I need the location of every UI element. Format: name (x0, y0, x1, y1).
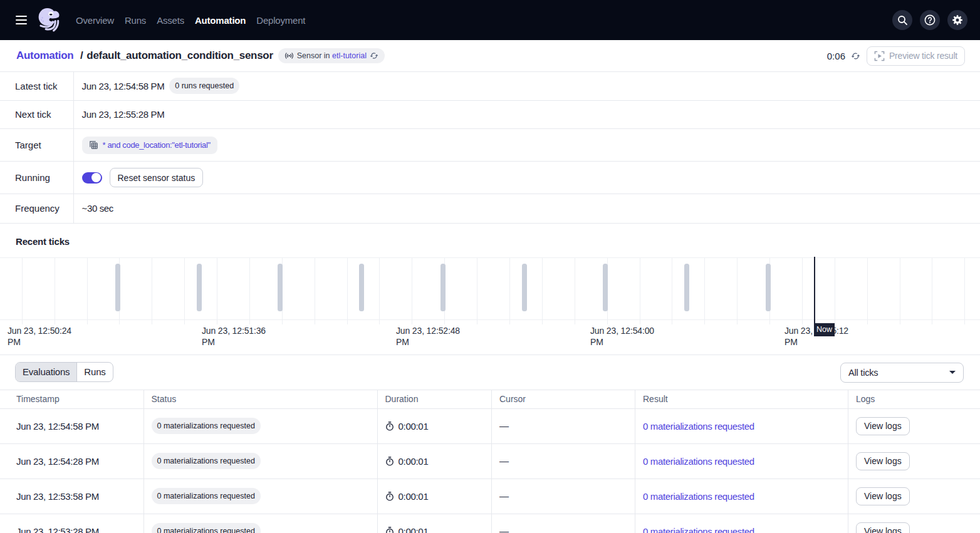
grid-line (152, 257, 152, 324)
sensor-badge-label: Sensor in etl-tutorial (297, 51, 367, 60)
asset-selection-tag[interactable]: * and code_location:"etl-tutorial" (82, 137, 217, 154)
tick-bar[interactable] (684, 264, 689, 311)
grid-line (542, 257, 543, 324)
nav-item-runs[interactable]: Runs (125, 15, 146, 26)
running-label: Running (0, 162, 74, 194)
row-value: * and code_location:"etl-tutorial" (74, 129, 225, 161)
column-header-cursor: Cursor (492, 390, 635, 408)
tick-bar[interactable] (522, 264, 527, 311)
cell-timestamp: Jun 23, 12:54:28 PM (0, 444, 144, 479)
view-logs-button[interactable]: View logs (856, 522, 910, 533)
result-link[interactable]: 0 materializations requested (643, 526, 754, 533)
stopwatch-icon (385, 422, 394, 431)
menu-bar (16, 19, 27, 21)
cell-timestamp: Jun 23, 12:54:58 PM (0, 409, 144, 443)
search-icon (897, 14, 909, 26)
view-logs-button[interactable]: View logs (856, 452, 910, 470)
cell-status: 0 materializations requested (144, 514, 378, 533)
cell-cursor: — (492, 409, 635, 443)
preview-tick-result-button[interactable]: Preview tick result (867, 46, 965, 66)
duration-text: 0:00:01 (399, 491, 429, 502)
stopwatch-icon (385, 457, 394, 466)
duration-text: 0:00:01 (399, 456, 429, 467)
table-header: Timestamp Status Duration Cursor Result … (0, 390, 980, 409)
code-location-link[interactable]: etl-tutorial (332, 51, 367, 60)
table-row: Jun 23, 12:54:58 PM 0 materializations r… (0, 409, 980, 444)
page-header: Automation /default_automation_condition… (0, 40, 980, 72)
cell-duration: 0:00:01 (378, 514, 493, 533)
cell-logs: View logs (848, 514, 980, 533)
recent-ticks-title: Recent ticks (0, 224, 980, 257)
time-label-line2: PM (8, 336, 108, 348)
stopwatch-icon (385, 527, 394, 533)
cell-cursor: — (492, 444, 635, 479)
time-axis-label: Jun 23, 12:51:36PM (202, 325, 302, 348)
search-button[interactable] (892, 10, 912, 30)
reload-location-icon[interactable] (370, 51, 378, 60)
cell-cursor: — (492, 479, 635, 514)
grid-line (900, 257, 900, 324)
grid-line (184, 257, 185, 324)
help-button[interactable] (920, 10, 940, 30)
page-title: default_automation_condition_sensor (86, 49, 273, 61)
time-axis-label: Jun 23, 12:50:24PM (8, 325, 108, 348)
tick-bar[interactable] (766, 264, 771, 311)
nav-item-assets[interactable]: Assets (157, 15, 184, 26)
evaluations-table: Timestamp Status Duration Cursor Result … (0, 390, 980, 533)
table-row: Jun 23, 12:54:28 PM 0 materializations r… (0, 444, 980, 479)
grid-line (477, 257, 477, 324)
menu-icon[interactable] (16, 16, 27, 25)
tick-bar[interactable] (359, 264, 364, 311)
header-actions: 0:06 Preview tick result (827, 46, 965, 66)
grid-line (867, 257, 868, 324)
breadcrumb-automation-link[interactable]: Automation (16, 49, 73, 61)
sensor-details: Latest tick Jun 23, 12:54:58 PM 0 runs r… (0, 72, 980, 224)
time-label-line1: Jun 23, 12:50:24 (8, 325, 108, 336)
column-header-timestamp: Timestamp (0, 390, 144, 408)
grid-line (509, 257, 510, 324)
grid-line (835, 257, 835, 324)
tick-filter-select[interactable]: All ticks (840, 363, 964, 383)
cell-logs: View logs (848, 479, 980, 514)
grid-line (249, 257, 250, 324)
tick-bar[interactable] (440, 264, 446, 311)
nav-item-overview[interactable]: Overview (76, 15, 114, 26)
result-link[interactable]: 0 materializations requested (643, 456, 754, 467)
cell-status: 0 materializations requested (144, 444, 378, 479)
grid-line (932, 257, 932, 324)
time-label-line1: Jun 23, 12:54:00 (590, 325, 691, 336)
sensor-icon (284, 52, 294, 60)
settings-button[interactable] (947, 10, 967, 30)
result-link[interactable]: 0 materializations requested (643, 421, 754, 432)
nav-actions (892, 10, 967, 30)
grid-line (704, 257, 705, 324)
nav-item-deployment[interactable]: Deployment (256, 15, 305, 26)
refresh-icon[interactable] (851, 51, 860, 61)
grid-line (347, 257, 348, 324)
tick-bar[interactable] (197, 264, 202, 311)
tick-bar[interactable] (115, 264, 120, 311)
view-logs-button[interactable]: View logs (856, 417, 910, 435)
tab-evaluations[interactable]: Evaluations (16, 363, 77, 381)
column-header-logs: Logs (848, 390, 980, 408)
grid-line (379, 257, 380, 324)
view-logs-button[interactable]: View logs (856, 487, 910, 505)
tick-bar[interactable] (278, 264, 283, 311)
cell-status: 0 materializations requested (144, 479, 378, 514)
tick-bar[interactable] (603, 264, 608, 311)
cell-result: 0 materializations requested (635, 514, 848, 533)
duration-text: 0:00:01 (399, 421, 429, 432)
dagster-logo[interactable] (38, 9, 60, 31)
cell-result: 0 materializations requested (635, 444, 848, 479)
latest-tick-label: Latest tick (0, 72, 74, 100)
grid-line (55, 257, 55, 324)
next-tick-row: Next tick Jun 23, 12:55:28 PM (0, 101, 980, 130)
nav-item-automation[interactable]: Automation (195, 15, 246, 26)
tick-timeline[interactable]: Jun 23, 12:50:24PMJun 23, 12:51:36PMJun … (0, 257, 980, 354)
time-label-line2: PM (590, 336, 691, 348)
result-link[interactable]: 0 materializations requested (643, 491, 754, 502)
tab-runs[interactable]: Runs (77, 363, 112, 381)
grid-line (964, 257, 965, 324)
reset-sensor-status-button[interactable]: Reset sensor status (110, 168, 204, 187)
running-toggle[interactable] (82, 172, 102, 184)
